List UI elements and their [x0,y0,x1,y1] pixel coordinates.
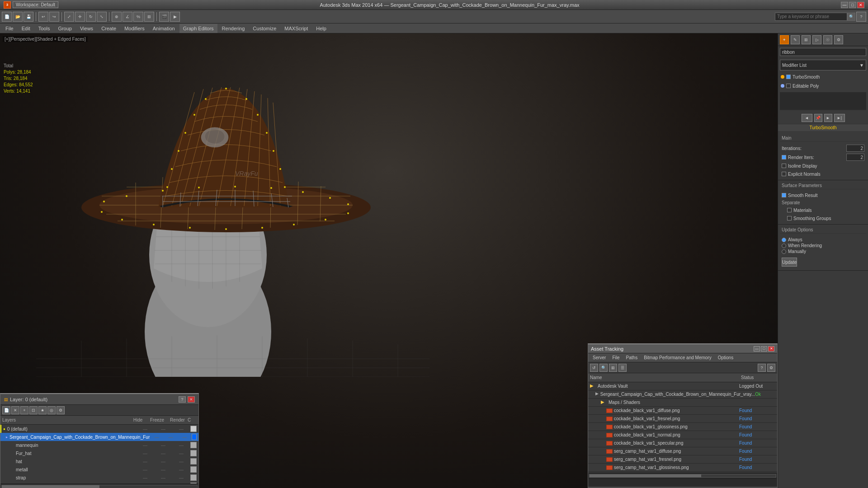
modify-icon[interactable]: ✎ [791,35,800,44]
modifier-nav-far-right[interactable]: ►| [834,114,845,122]
smoothing-groups-checkbox[interactable] [787,216,792,221]
manually-radio-row[interactable]: Manually [782,249,864,254]
explicit-normals-checkbox[interactable] [782,172,786,176]
select-button[interactable]: ⤢ [64,12,74,22]
turbosmooth-checkbox[interactable] [786,75,791,79]
percent-snap-button[interactable]: % [133,12,143,22]
asset-find-button[interactable]: 🔍 [599,364,608,372]
asset-refresh-button[interactable]: ↺ [590,364,598,372]
new-button[interactable]: 📄 [2,12,12,22]
minimize-button[interactable]: — [841,2,848,8]
modifier-list-dropdown[interactable]: Modifier List ▼ [780,60,866,70]
update-button[interactable]: Update [782,258,797,267]
modifier-nav-left[interactable]: ◄ [802,114,812,122]
search-input[interactable] [775,13,847,21]
iterations-input[interactable] [846,145,864,152]
menu-customize[interactable]: Customize [249,24,280,33]
workspace-selector[interactable]: Workspace: Default [13,1,58,8]
layers-new-button[interactable]: 📄 [2,406,10,414]
scale-button[interactable]: ⤡ [97,12,107,22]
layers-horizontal-scrollbar[interactable] [0,483,198,488]
menu-group[interactable]: Group [54,24,75,33]
asset-row-tex-2[interactable]: cockade_black_var1_fresnel.png Found [588,415,777,423]
menu-graph-editors[interactable]: Graph Editors [179,24,217,33]
angle-snap-button[interactable]: ∠ [123,12,132,22]
asset-row-tex-4[interactable]: cockade_black_var1_normal.png Found [588,431,777,439]
snap-button[interactable]: ⊕ [112,12,122,22]
asset-row-tex-1[interactable]: cockade_black_var1_diffuse.png Found [588,407,777,415]
always-radio[interactable] [782,238,786,242]
layers-help-button[interactable]: ? [179,396,186,403]
asset-row-sgt-file[interactable]: ▶ Sergeant_Campaign_Cap_with_Cockade_Bro… [588,390,777,399]
layer-row-mannequin[interactable]: mannequin — — — [0,441,198,449]
asset-row-tex-5[interactable]: cockade_black_var1_specular.png Found [588,439,777,447]
render-button[interactable]: ▶ [170,12,180,22]
editable-poly-checkbox[interactable] [786,84,791,88]
layer-row-cockade[interactable]: cockade — — — [0,482,198,483]
asset-row-maps[interactable]: ▶ Maps / Shaders [588,399,777,407]
asset-menu-bitmap-perf[interactable]: Bitmap Performance and Memory [641,354,714,362]
asset-menu-server[interactable]: Server [590,354,609,362]
render-iters-checkbox[interactable] [782,155,786,160]
editable-poly-item[interactable]: Editable Poly [778,81,868,90]
rotate-button[interactable]: ↻ [86,12,96,22]
layers-highlight-button[interactable]: ◎ [47,406,56,414]
asset-menu-options[interactable]: Options [715,354,736,362]
asset-horizontal-scrollbar[interactable] [588,473,777,478]
layer-row-1[interactable]: ▸ Sergeant_Campaign_Cap_with_Cockade_Bro… [0,433,198,441]
manually-radio[interactable] [782,249,786,254]
menu-tools[interactable]: Tools [35,24,54,33]
search-help-button[interactable]: ? [856,12,866,22]
layer-row-strap[interactable]: strap — — — [0,474,198,482]
render-setup-button[interactable]: 🎬 [159,12,169,22]
smooth-result-checkbox[interactable] [782,193,786,197]
asset-row-tex-8[interactable]: serg_camp_hat_var1_glossiness.png Found [588,464,777,472]
layers-settings-button[interactable]: ⚙ [57,406,65,414]
menu-modifiers[interactable]: Modifiers [121,24,148,33]
asset-row-vault[interactable]: ▶ Autodesk Vault Logged Out [588,382,777,390]
spinner-snap-button[interactable]: ⊞ [144,12,154,22]
when-rendering-radio-row[interactable]: When Rendering [782,243,864,248]
asset-minimize-button[interactable]: — [754,346,760,352]
asset-help-button[interactable]: ? [758,364,766,372]
open-button[interactable]: 📂 [13,12,23,22]
asset-row-tex-3[interactable]: cockade_black_var1_glossiness.png Found [588,423,777,431]
isoline-checkbox[interactable] [782,164,786,168]
asset-row-tex-6[interactable]: serg_camp_hat_var1_diffuse.png Found [588,447,777,455]
layers-select-button[interactable]: ⊡ [29,406,38,414]
menu-maxscript[interactable]: MAXScript [281,24,311,33]
layers-scrollbar-thumb[interactable] [2,485,99,488]
asset-menu-paths[interactable]: Paths [623,354,641,362]
menu-edit[interactable]: Edit [18,24,34,33]
asset-row-tex-7[interactable]: serg_camp_hat_var1_fresnel.png Found [588,455,777,464]
save-button[interactable]: 💾 [24,12,33,22]
layers-add-button[interactable]: + [20,406,28,414]
utility-icon[interactable]: ⚙ [834,35,843,44]
render-iters-input[interactable] [846,154,864,161]
when-rendering-radio[interactable] [782,244,786,248]
layer-row-fur-hat[interactable]: Fur_hat — — — [0,449,198,457]
create-icon[interactable]: ✦ [780,35,789,44]
menu-animation[interactable]: Animation [149,24,179,33]
asset-grid-button[interactable]: ⊞ [609,364,617,372]
hierarchy-icon[interactable]: ⊞ [802,35,811,44]
always-radio-row[interactable]: Always [782,237,864,242]
menu-rendering[interactable]: Rendering [218,24,249,33]
menu-create[interactable]: Create [98,24,120,33]
modifier-nav-right[interactable]: ► [824,114,832,122]
redo-button[interactable]: ↪ [49,12,59,22]
move-button[interactable]: ✛ [75,12,85,22]
undo-button[interactable]: ↩ [38,12,48,22]
turbosmooth-item[interactable]: TurboSmooth [778,72,868,81]
asset-maximize-button[interactable]: □ [761,346,767,352]
layer-row-0[interactable]: ● 0 (default) — — — [0,425,198,433]
modifier-nav-pin[interactable]: 📌 [814,114,822,122]
layers-close-button[interactable]: ✕ [188,396,195,403]
menu-file[interactable]: File [2,24,17,33]
asset-menu-file[interactable]: File [609,354,622,362]
asset-list-button[interactable]: ☰ [618,364,627,372]
close-button[interactable]: ✕ [857,2,864,8]
layer-row-hat[interactable]: hat — — — [0,457,198,465]
layers-delete-button[interactable]: ✕ [11,406,19,414]
asset-settings-button[interactable]: ⚙ [767,364,775,372]
